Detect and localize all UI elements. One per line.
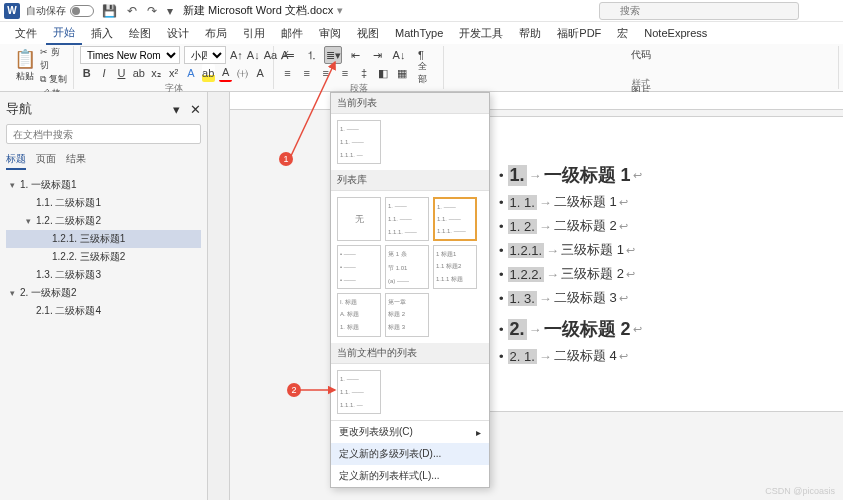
ribbon-tab-11[interactable]: 开发工具 [452,23,510,44]
ribbon-tab-12[interactable]: 帮助 [512,23,548,44]
ribbon-tab-4[interactable]: 设计 [160,23,196,44]
borders-icon[interactable]: ▦ [395,64,410,82]
select-all-button[interactable]: 全部 [414,64,437,82]
tree-item[interactable]: 1.2.1. 三级标题1 [6,230,201,248]
style-code[interactable]: 代码 [625,46,657,64]
ribbon-tab-13[interactable]: 福昕PDF [550,23,608,44]
vertical-ruler [208,92,230,500]
tree-item[interactable]: 1.3. 二级标题3 [6,266,201,284]
save-icon[interactable]: 💾 [102,4,117,18]
annotation-badge-1: 1 [279,152,293,166]
cut-button[interactable]: ✂ 剪切 [40,46,67,72]
italic-icon[interactable]: I [97,64,110,82]
list-thumb-lib-2[interactable]: • ――• ――• ―― [337,245,381,289]
ribbon-tab-1[interactable]: 开始 [46,22,82,45]
tree-item[interactable]: ▾1.2. 二级标题2 [6,212,201,230]
annotation-badge-2: 2 [287,383,301,397]
tree-item[interactable]: 1.1. 二级标题1 [6,194,201,212]
dd-section-indoc: 当前文档中的列表 [331,343,489,364]
decrease-indent-icon[interactable]: ⇤ [346,46,364,64]
ribbon-tab-6[interactable]: 引用 [236,23,272,44]
line-spacing-icon[interactable]: ‡ [357,64,372,82]
watermark: CSDN @picoasis [765,486,835,496]
list-thumb-lib-1[interactable]: 1. ――1.1. ――1.1.1. ―― [433,197,477,241]
ribbon-tab-3[interactable]: 绘图 [122,23,158,44]
shrink-font-icon[interactable]: A↓ [247,46,260,64]
tree-item[interactable]: ▾2. 一级标题2 [6,284,201,302]
list-thumb-indoc[interactable]: 1. ――1.1. ――1.1.1. ― [337,370,381,414]
ribbon-tab-7[interactable]: 邮件 [274,23,310,44]
menu-change-level[interactable]: 更改列表级别(C)▸ [331,421,489,443]
undo-icon[interactable]: ↶ [127,4,137,18]
tree-item[interactable]: 2.1. 二级标题4 [6,302,201,320]
font-color-icon[interactable]: A [219,64,232,82]
tree-item[interactable]: 1.2.2. 三级标题2 [6,248,201,266]
align-center-icon[interactable]: ≡ [299,64,314,82]
dd-section-library: 列表库 [331,170,489,191]
highlight-icon[interactable]: ab [202,64,215,82]
styles-group-label: 样式 [632,77,650,90]
font-name-select[interactable]: Times New Roman [80,46,180,64]
nav-title: 导航 [6,100,32,118]
qat-dropdown-icon[interactable]: ▾ [167,4,173,18]
strike-icon[interactable]: ab [132,64,145,82]
menu-define-liststyle[interactable]: 定义新的列表样式(L)... [331,465,489,487]
multilevel-list-dropdown: 当前列表 1. ――1.1. ――1.1.1. ― 列表库 无1. ――1.1.… [330,92,490,488]
sort-icon[interactable]: A↓ [390,46,408,64]
phonetic-icon[interactable]: ㈩ [236,64,249,82]
document-page[interactable]: •1.→一级标题 1↩ •1. 1.→二级标题 1↩ •1. 2.→二级标题 2… [470,116,843,412]
increase-indent-icon[interactable]: ⇥ [368,46,386,64]
ribbon-tab-2[interactable]: 插入 [84,23,120,44]
list-thumb-lib-4[interactable]: 1 标题11.1 标题21.1.1 标题 [433,245,477,289]
ribbon-tab-15[interactable]: NoteExpress [637,24,714,42]
border-char-icon[interactable]: A [254,64,267,82]
list-thumb-current[interactable]: 1. ――1.1. ――1.1.1. ― [337,120,381,164]
ribbon-tab-14[interactable]: 宏 [610,23,635,44]
list-thumb-lib-0[interactable]: 1. ――1.1. ――1.1.1. ―― [385,197,429,241]
nav-tab-headings[interactable]: 标题 [6,152,26,170]
numbering-icon[interactable]: ⒈ [302,46,320,64]
superscript-icon[interactable]: x² [167,64,180,82]
justify-icon[interactable]: ≡ [337,64,352,82]
list-thumb-none[interactable]: 无 [337,197,381,241]
list-thumb-lib-3[interactable]: 第 1 条节 1.01(a) ―― [385,245,429,289]
ribbon-tab-0[interactable]: 文件 [8,23,44,44]
nav-tab-results[interactable]: 结果 [66,152,86,170]
autosave-toggle[interactable] [70,5,94,17]
bullets-icon[interactable]: ≔ [280,46,298,64]
ribbon-tab-5[interactable]: 布局 [198,23,234,44]
menu-define-multilevel[interactable]: 定义新的多级列表(D)... [331,443,489,465]
ribbon-tab-8[interactable]: 审阅 [312,23,348,44]
redo-icon[interactable]: ↷ [147,4,157,18]
dd-section-current: 当前列表 [331,93,489,114]
nav-search-input[interactable] [6,124,201,144]
nav-dropdown-icon[interactable]: ▾ [173,102,180,117]
grow-font-icon[interactable]: A↑ [230,46,243,64]
document-title: 新建 Microsoft Word 文档.docx [183,3,333,18]
app-icon: W [4,3,20,19]
title-dropdown-icon[interactable]: ▾ [337,4,343,17]
align-left-icon[interactable]: ≡ [280,64,295,82]
nav-tab-pages[interactable]: 页面 [36,152,56,170]
subscript-icon[interactable]: x₂ [149,64,162,82]
multilevel-list-icon[interactable]: ≣▾ [324,46,342,64]
list-thumb-lib-6[interactable]: 第一章标题 2标题 3 [385,293,429,337]
tree-item[interactable]: ▾1. 一级标题1 [6,176,201,194]
font-size-select[interactable]: 小四 [184,46,226,64]
bold-icon[interactable]: B [80,64,93,82]
copy-button[interactable]: ⧉ 复制 [40,73,67,86]
text-effects-icon[interactable]: A [184,64,197,82]
nav-close-icon[interactable]: ✕ [190,102,201,117]
align-right-icon[interactable]: ≡ [318,64,333,82]
ribbon-tab-10[interactable]: MathType [388,24,450,42]
autosave-label: 自动保存 [26,4,66,18]
underline-icon[interactable]: U [115,64,128,82]
list-thumb-lib-5[interactable]: I. 标题A. 标题1. 标题 [337,293,381,337]
paste-icon: 📋 [14,48,36,70]
horizontal-ruler [230,92,843,110]
search-input[interactable] [599,2,799,20]
shading-icon[interactable]: ◧ [376,64,391,82]
ribbon-tab-9[interactable]: 视图 [350,23,386,44]
